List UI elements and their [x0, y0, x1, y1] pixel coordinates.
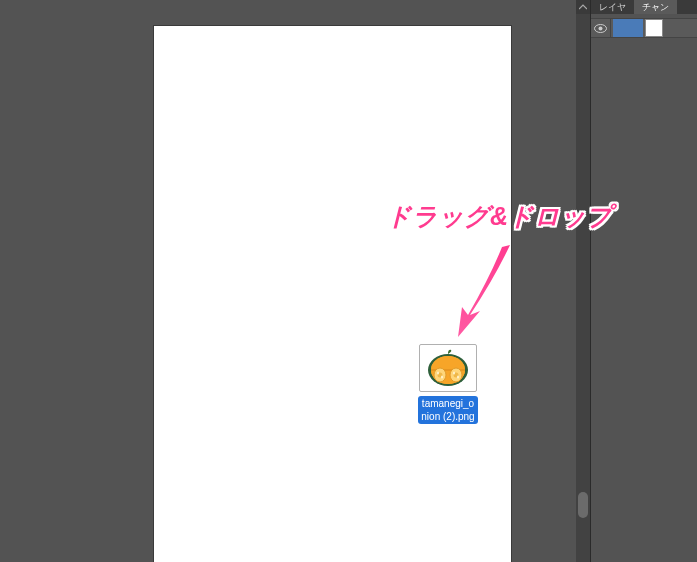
file-name-label: tamanegi_onion (2).png	[418, 396, 478, 424]
vertical-scrollbar-track[interactable]	[576, 14, 590, 562]
svg-point-8	[437, 372, 439, 375]
svg-point-10	[453, 372, 455, 375]
svg-point-9	[441, 376, 443, 379]
canvas[interactable]	[154, 26, 511, 562]
tab-layers[interactable]: レイヤ	[591, 0, 634, 14]
vertical-scrollbar-thumb[interactable]	[578, 492, 588, 518]
collapse-button[interactable]	[576, 0, 590, 14]
svg-point-1	[599, 26, 603, 30]
editor-workspace	[0, 0, 590, 562]
pumpkin-icon	[424, 348, 472, 388]
visibility-toggle[interactable]	[591, 18, 611, 38]
file-thumbnail	[419, 344, 477, 392]
svg-point-11	[457, 376, 459, 379]
annotation-label: ドラッグ&ドロップ	[386, 200, 612, 233]
layer-selection-indicator	[613, 19, 643, 37]
tab-channels[interactable]: チャン	[634, 0, 677, 14]
dragged-file[interactable]: tamanegi_onion (2).png	[418, 344, 478, 441]
layer-row[interactable]	[591, 18, 697, 38]
layers-panel: レイヤ チャン	[590, 0, 697, 562]
layer-thumbnail[interactable]	[645, 19, 663, 37]
eye-icon	[594, 24, 607, 33]
chevron-up-icon	[579, 4, 587, 10]
panel-tabs: レイヤ チャン	[591, 0, 697, 14]
